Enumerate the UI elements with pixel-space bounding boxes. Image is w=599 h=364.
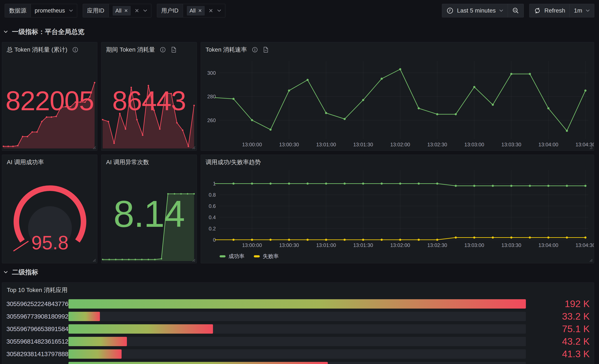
refresh-interval-button[interactable]: 1m (569, 4, 594, 17)
svg-text:13:04:30: 13:04:30 (575, 242, 594, 248)
section-primary-title: 一级指标：平台全局总览 (12, 27, 84, 36)
top10-row: 30559679665389158475.1 K (6, 324, 590, 334)
resize-handle[interactable] (589, 258, 593, 262)
svg-text:13:00:00: 13:00:00 (242, 242, 262, 248)
panel-title[interactable]: Token 消耗速率 (201, 42, 594, 57)
svg-text:260: 260 (207, 118, 216, 123)
section-secondary[interactable]: 二级指标 (3, 267, 38, 277)
app-id-label: 305829381413797888 (6, 350, 69, 358)
svg-text:13:03:00: 13:03:00 (465, 142, 484, 147)
svg-text:0.8: 0.8 (209, 192, 216, 198)
clear-filter-icon[interactable] (134, 8, 139, 13)
info-icon[interactable] (160, 47, 166, 53)
stat-value-period-tokens: 86443 (101, 87, 197, 114)
bar-track[interactable] (69, 299, 526, 309)
toolbar-right: Last 5 minutes Refresh 1m (442, 4, 594, 17)
zoom-out-button[interactable] (508, 4, 524, 17)
legend-item-success[interactable]: 成功率 (220, 253, 245, 260)
chevron-down-icon[interactable] (69, 9, 73, 12)
bar-track[interactable] (69, 312, 526, 321)
panel-title-text: 总 Token 消耗量 (累计) (7, 46, 67, 54)
filter-chip[interactable]: All (187, 6, 205, 16)
panel-title[interactable]: AI 调用异常次数 (101, 155, 197, 170)
info-icon[interactable] (252, 47, 258, 53)
zoom-out-icon (512, 7, 519, 14)
svg-text:13:00:30: 13:00:30 (279, 242, 299, 248)
bar-track[interactable] (69, 349, 526, 359)
bar-value: 43.2 K (526, 336, 590, 347)
panel-links-icon[interactable] (263, 47, 269, 53)
panel-title-text: Token 消耗速率 (206, 46, 247, 54)
resize-handle[interactable] (92, 258, 96, 262)
chevron-down-icon (586, 9, 590, 12)
success-rate-gauge: 95.8 (2, 155, 97, 263)
resize-handle[interactable] (192, 146, 195, 150)
refresh-label: Refresh (544, 7, 565, 14)
legend-item-fail[interactable]: 失败率 (254, 253, 279, 260)
panel-title-text: AI 调用异常次数 (106, 158, 149, 166)
close-icon[interactable] (124, 9, 128, 13)
datasource-picker[interactable]: 数据源 prometheus (5, 4, 77, 17)
filter-app-id-label: 应用ID (83, 4, 109, 17)
datasource-value[interactable]: prometheus (35, 8, 65, 14)
panel-links-icon[interactable] (171, 47, 177, 53)
svg-text:0.4: 0.4 (209, 214, 216, 220)
filter-chip-text: All (115, 8, 122, 14)
bar-track[interactable] (69, 337, 526, 346)
legend-swatch-fail (254, 255, 260, 257)
filter-user-id[interactable]: 用户ID All (157, 4, 226, 17)
svg-text:13:04:00: 13:04:00 (538, 142, 558, 147)
legend-label: 成功率 (229, 253, 245, 260)
svg-text:13:00:00: 13:00:00 (242, 142, 262, 147)
legend-swatch-success (220, 255, 226, 257)
resize-handle[interactable] (192, 258, 195, 262)
success-fail-chart[interactable]: 10.80.60.40.2013:00:0013:00:3013:01:0013… (201, 155, 594, 263)
panel-title-text: 期间 Token 消耗量 (106, 46, 155, 54)
svg-text:13:03:30: 13:03:30 (502, 142, 521, 147)
panel-title-text: 调用成功/失败率趋势 (206, 158, 261, 166)
chevron-down-icon[interactable] (217, 9, 221, 12)
filter-chip[interactable]: All (113, 6, 131, 16)
bar-track[interactable] (69, 362, 526, 364)
svg-text:0.2: 0.2 (209, 226, 216, 231)
token-rate-chart[interactable]: 30028026013:00:0013:00:3013:01:0013:01:3… (201, 42, 594, 151)
bar-track[interactable] (69, 324, 526, 334)
svg-text:13:01:30: 13:01:30 (353, 242, 373, 248)
panel-title-text: AI 调用成功率 (7, 158, 44, 166)
close-icon[interactable] (198, 9, 202, 13)
resize-handle[interactable] (92, 146, 96, 150)
legend-label: 失败率 (263, 253, 279, 260)
panel-title[interactable]: 总 Token 消耗量 (累计) (2, 42, 97, 57)
time-range-button[interactable]: Last 5 minutes (442, 4, 508, 17)
top10-row: 30582938141379788841.3 K (6, 349, 590, 359)
svg-text:13:02:30: 13:02:30 (427, 142, 447, 147)
chevron-down-icon (3, 30, 8, 33)
panel-title[interactable]: 调用成功/失败率趋势 (201, 155, 594, 170)
bar-fill (69, 299, 526, 309)
section-primary[interactable]: 一级指标：平台全局总览 (3, 27, 84, 37)
refresh-icon (534, 7, 541, 14)
bar-value: 192 K (526, 298, 590, 309)
chevron-down-icon[interactable] (143, 9, 147, 12)
panel-title-text: Top 10 Token 消耗应用 (7, 286, 68, 294)
panel-error-count: AI 调用异常次数 8.14 (101, 155, 197, 263)
panel-title[interactable]: 期间 Token 消耗量 (101, 42, 197, 57)
clear-filter-icon[interactable] (209, 8, 213, 13)
refresh-button[interactable]: Refresh (529, 4, 570, 17)
bar-fill (69, 312, 100, 321)
refresh-interval-label: 1m (574, 7, 582, 14)
gauge-threshold-tick (14, 241, 28, 251)
bar-fill (69, 337, 127, 346)
panel-title[interactable]: Top 10 Token 消耗应用 (2, 283, 594, 297)
bar-value: 33.2 K (526, 311, 590, 322)
panel-title[interactable]: AI 调用成功率 (2, 155, 97, 170)
resize-handle[interactable] (589, 146, 593, 150)
clock-icon (446, 7, 454, 14)
top10-row: 30559677390818099233.2 K (6, 312, 590, 321)
svg-text:13:00:30: 13:00:30 (279, 142, 299, 147)
filter-app-id[interactable]: 应用ID All (83, 4, 151, 17)
app-id-label: 305596252224843776 (6, 300, 69, 307)
time-range-label: Last 5 minutes (457, 7, 496, 14)
info-icon[interactable] (72, 47, 79, 53)
svg-text:13:03:00: 13:03:00 (465, 242, 484, 248)
